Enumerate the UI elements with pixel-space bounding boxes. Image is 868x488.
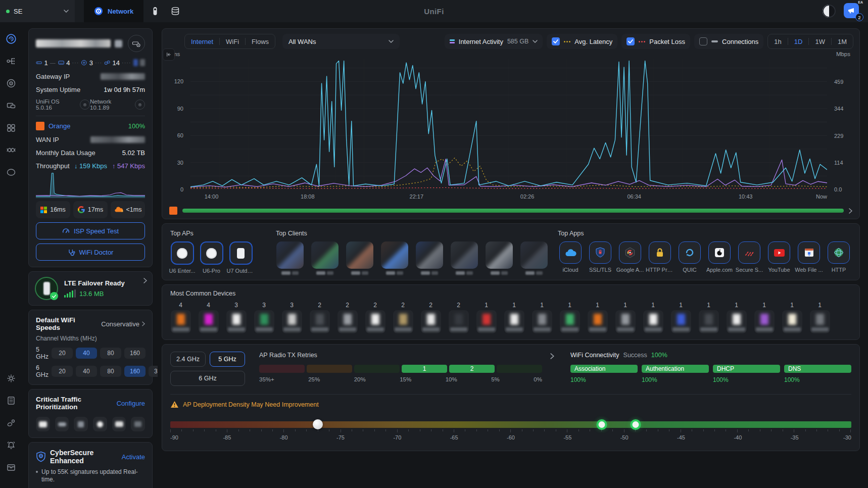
channel-width-option[interactable]: 80 xyxy=(100,348,121,359)
tab-network[interactable]: Network xyxy=(84,0,143,22)
internet-activity-selector[interactable]: Internet Activity 585 GB xyxy=(445,34,543,49)
device-tile[interactable]: 1 xyxy=(670,302,691,333)
device-tile[interactable]: 3 xyxy=(226,302,247,333)
top-app-tile[interactable]: YouTube xyxy=(766,241,792,273)
rail-item-insights[interactable] xyxy=(3,141,20,159)
theme-toggle-button[interactable] xyxy=(823,5,836,18)
device-tile[interactable]: 2 xyxy=(420,302,441,333)
lte-failover-card[interactable]: LTE Failover Ready 13.6 MB xyxy=(28,271,153,306)
device-tile[interactable]: 1 xyxy=(698,302,719,333)
device-tile[interactable]: 1 xyxy=(782,302,802,333)
top-app-tile[interactable]: Secure S... xyxy=(737,241,762,273)
wifi-doctor-button[interactable]: WiFi Doctor xyxy=(36,243,145,261)
device-tile[interactable]: 1 xyxy=(532,302,552,333)
channel-width-option[interactable]: 160 xyxy=(124,348,146,359)
device-tile[interactable]: 2 xyxy=(393,302,413,333)
device-tile[interactable]: 2 xyxy=(337,302,358,333)
top-ap-tile[interactable]: U7 Outdoor xyxy=(229,241,253,274)
rail-item-support[interactable] xyxy=(3,414,20,431)
rail-item-uicare[interactable] xyxy=(3,459,20,476)
top-app-tile[interactable]: HTTP Pro... xyxy=(647,241,672,273)
early-access-button[interactable]: EA 2 xyxy=(844,3,860,19)
top-client-tile[interactable] xyxy=(276,241,304,275)
device-tile[interactable]: 1 xyxy=(643,302,663,333)
device-counts-row[interactable]: 1 — 4 ··· 3 ··· 14 ···· xyxy=(36,58,145,67)
top-app-tile[interactable]: QUIC xyxy=(677,241,702,273)
device-tile[interactable]: 3 xyxy=(281,302,302,333)
toggle-avg-latency[interactable]: Avg. Latency xyxy=(547,34,617,49)
activate-link[interactable]: Activate xyxy=(122,453,145,461)
range-1w[interactable]: 1W xyxy=(809,38,831,45)
top-client-tile[interactable] xyxy=(450,241,478,275)
channel-width-option[interactable]: 20 xyxy=(52,366,73,377)
device-tile[interactable]: 1 xyxy=(504,302,524,333)
device-tile[interactable]: 4 xyxy=(170,302,191,333)
wan-filter-select[interactable]: All WANs xyxy=(282,34,400,49)
collapse-panel-button[interactable] xyxy=(163,48,175,61)
device-tile[interactable]: 1 xyxy=(587,302,608,333)
top-client-tile[interactable] xyxy=(346,241,374,275)
site-selector[interactable]: SE xyxy=(0,0,75,22)
toggle-connections[interactable]: Connections xyxy=(694,34,763,49)
device-tile[interactable]: 2 xyxy=(365,302,385,333)
range-1d[interactable]: 1D xyxy=(788,38,809,45)
network-release-notes-button[interactable] xyxy=(135,100,145,110)
channel-width-option[interactable]: 80 xyxy=(100,366,121,377)
channel-width-option[interactable]: 20 xyxy=(52,348,73,359)
isp-speed-test-button[interactable]: ISP Speed Test xyxy=(36,222,145,239)
ping-cloudflare[interactable]: <1ms xyxy=(111,201,145,218)
top-app-tile[interactable]: Google A... xyxy=(617,241,643,273)
rail-item-dashboard[interactable] xyxy=(3,30,20,47)
tab-wifi[interactable]: WiFi xyxy=(220,38,245,45)
device-tile[interactable]: 1 xyxy=(726,302,747,333)
band-6ghz-button[interactable]: 6 GHz xyxy=(170,371,245,386)
os-release-notes-button[interactable] xyxy=(80,100,90,110)
tab-flows[interactable]: Flows xyxy=(246,38,275,45)
tab-internet[interactable]: Internet xyxy=(185,38,219,45)
tx-retries-expand-button[interactable] xyxy=(547,353,557,360)
top-client-tile[interactable] xyxy=(415,241,444,275)
band-2-4ghz-button[interactable]: 2.4 GHz xyxy=(170,352,206,367)
device-tile[interactable]: 4 xyxy=(198,302,219,333)
activity-chart[interactable]: ms Mbps 1209060300 4593442291140.0 14:00… xyxy=(168,51,853,203)
top-ap-tile[interactable]: U6 Enter... xyxy=(170,241,194,274)
top-app-tile[interactable]: Apple.com xyxy=(707,241,732,273)
range-1m[interactable]: 1M xyxy=(832,38,853,45)
device-tile[interactable]: 1 xyxy=(754,302,775,333)
top-app-tile[interactable]: iCloud xyxy=(558,241,583,273)
band-5ghz-button[interactable]: 5 GHz xyxy=(210,352,245,367)
top-app-tile[interactable]: HTTP xyxy=(826,241,851,273)
channel-width-option[interactable]: 40 xyxy=(76,366,97,377)
device-tile[interactable]: 2 xyxy=(309,302,330,333)
top-client-tile[interactable] xyxy=(485,241,513,275)
channel-width-option[interactable]: 320 xyxy=(149,366,158,377)
top-ap-tile[interactable]: U6-Pro xyxy=(200,241,223,274)
rail-item-system-log[interactable] xyxy=(3,392,20,409)
chevron-right-icon[interactable] xyxy=(849,208,852,214)
ping-microsoft[interactable]: 16ms xyxy=(36,201,70,218)
wifi-speeds-mode[interactable]: Conservative xyxy=(101,320,145,328)
channel-width-option[interactable]: 160 xyxy=(124,366,146,377)
rail-item-devices[interactable] xyxy=(3,97,20,114)
top-client-tile[interactable] xyxy=(311,241,339,275)
rail-item-profiles[interactable] xyxy=(3,164,20,181)
protect-app-button[interactable] xyxy=(147,3,164,20)
device-tile[interactable]: 2 xyxy=(448,302,469,333)
configure-link[interactable]: Configure xyxy=(117,400,145,407)
rail-item-topology[interactable] xyxy=(3,53,20,70)
rail-item-radios[interactable] xyxy=(3,75,20,92)
device-tile[interactable]: 1 xyxy=(615,302,636,333)
top-app-tile[interactable]: Web File ... xyxy=(796,241,822,273)
gateway-settings-button[interactable] xyxy=(128,35,145,52)
ping-google[interactable]: 17ms xyxy=(73,201,108,218)
rail-item-notifications[interactable] xyxy=(3,436,20,454)
device-tile[interactable]: 1 xyxy=(809,302,830,333)
device-tile[interactable]: 3 xyxy=(254,302,274,333)
device-tile[interactable]: 1 xyxy=(476,302,497,333)
top-client-tile[interactable] xyxy=(380,241,409,275)
range-1h[interactable]: 1h xyxy=(768,38,787,45)
top-app-tile[interactable]: SSL/TLS xyxy=(588,241,613,273)
channel-width-option[interactable]: 40 xyxy=(76,348,97,359)
rail-item-clients[interactable] xyxy=(3,119,20,136)
drive-app-button[interactable] xyxy=(167,3,184,20)
